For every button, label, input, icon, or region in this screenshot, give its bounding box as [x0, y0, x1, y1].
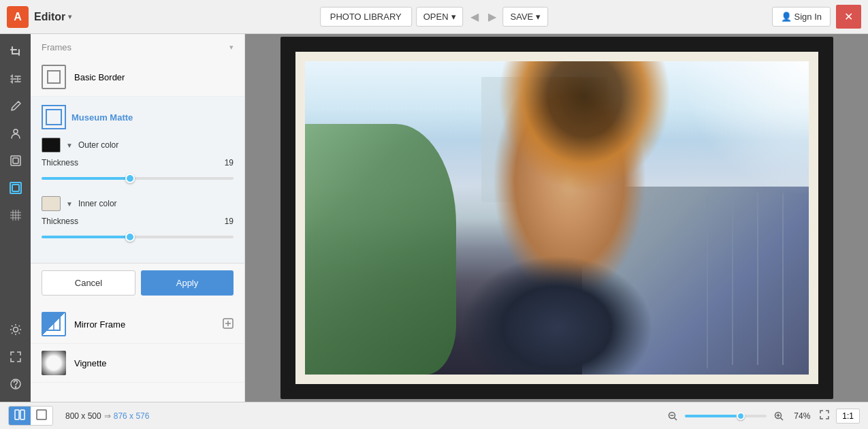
svg-rect-5 [11, 156, 20, 165]
zoom-control: 74% 1:1 [664, 408, 860, 424]
sign-in-button[interactable]: 👤 Sign In [772, 7, 831, 27]
inner-color-label: Inner color [78, 199, 117, 208]
top-bar: A Editor ▾ PHOTO LIBRARY OPEN ▾ ◀ ▶ SAVE… [0, 0, 868, 34]
svg-rect-6 [13, 158, 18, 163]
svg-rect-26 [15, 410, 19, 419]
outer-slider-fill [42, 177, 130, 180]
basic-border-item[interactable]: Basic Border [31, 58, 244, 97]
zoom-out-button[interactable] [664, 408, 681, 424]
view-split-button[interactable] [9, 407, 31, 425]
sidebar-item-expand[interactable] [3, 345, 28, 369]
vignette-item[interactable]: Vignette [31, 344, 244, 383]
open-button[interactable]: OPEN ▾ [416, 7, 464, 27]
outer-color-dropdown-icon[interactable]: ▼ [66, 142, 73, 149]
outer-color-swatch[interactable] [42, 138, 61, 153]
inner-slider-fill [42, 236, 130, 238]
close-button[interactable]: ✕ [836, 5, 861, 29]
cancel-button[interactable]: Cancel [42, 270, 135, 296]
save-button[interactable]: SAVE ▾ [503, 7, 549, 27]
fullscreen-button[interactable] [817, 409, 832, 423]
action-buttons-row: Cancel Apply [31, 264, 244, 305]
photo-image[interactable] [305, 61, 809, 375]
inner-color-swatch[interactable] [42, 196, 61, 211]
svg-line-33 [781, 417, 784, 420]
sidebar-item-light[interactable] [3, 317, 28, 342]
photo-container [280, 37, 833, 399]
svg-rect-20 [48, 71, 60, 83]
panel-sidebar: Frames ▾ Basic Border Museum Matte [31, 34, 245, 402]
svg-line-15 [18, 333, 20, 334]
svg-rect-8 [12, 185, 19, 191]
undo-button[interactable]: ◀ [468, 7, 481, 26]
sidebar-item-portrait[interactable] [3, 121, 28, 146]
svg-rect-27 [20, 410, 25, 419]
sidebar-item-layers[interactable] [3, 148, 28, 173]
sidebar-item-crop[interactable] [3, 39, 28, 64]
inner-thickness-label: Thickness [42, 217, 78, 226]
vignette-icon [42, 351, 66, 375]
open-chevron-icon: ▾ [451, 12, 456, 22]
outer-slider-track [42, 170, 234, 187]
icon-sidebar [0, 34, 31, 402]
editor-chevron-icon: ▾ [68, 13, 71, 20]
zoom-slider-thumb[interactable] [737, 412, 745, 420]
zoom-ratio-button[interactable]: 1:1 [836, 409, 860, 424]
svg-rect-28 [37, 410, 46, 419]
outer-color-row: ▼ Outer color [42, 138, 234, 153]
outer-slider-thumb[interactable] [125, 174, 135, 183]
zoom-percent-label: 74% [791, 411, 813, 421]
original-dimensions: 800 x 500 [65, 411, 101, 421]
zoom-slider-track [685, 415, 767, 417]
inner-color-dropdown-icon[interactable]: ▼ [66, 200, 73, 208]
user-icon: 👤 [781, 12, 792, 22]
mirror-frame-label: Mirror Frame [74, 319, 125, 330]
dimensions-display: 800 x 500 ⇒ 876 x 576 [65, 411, 149, 421]
inner-slider-thumb[interactable] [125, 232, 135, 242]
frames-chevron-icon: ▾ [229, 43, 234, 52]
photo-frame-inner [295, 52, 818, 384]
redo-button[interactable]: ▶ [485, 7, 499, 26]
mirror-frame-item[interactable]: Mirror Frame [31, 305, 244, 344]
sidebar-item-texture[interactable] [3, 203, 28, 227]
mirror-frame-add-icon[interactable] [223, 318, 234, 331]
editor-title-button[interactable]: Editor ▾ [34, 11, 71, 23]
svg-rect-2 [18, 49, 20, 56]
view-single-button[interactable] [31, 407, 52, 425]
museum-matte-header[interactable]: Museum Matte [42, 105, 234, 129]
photo-library-button[interactable]: PHOTO LIBRARY [320, 7, 412, 27]
inner-color-row: ▼ Inner color [42, 196, 234, 211]
app-logo[interactable]: A [7, 6, 29, 28]
zoom-in-button[interactable] [771, 408, 787, 424]
sidebar-item-frames[interactable] [3, 176, 28, 200]
svg-point-19 [15, 387, 16, 387]
vignette-label: Vignette [74, 358, 106, 368]
open-label: OPEN [423, 12, 449, 22]
sign-in-label: Sign In [794, 12, 822, 22]
frames-label: Frames [42, 42, 71, 52]
save-chevron-icon: ▾ [536, 12, 541, 22]
sidebar-item-help[interactable] [3, 372, 28, 396]
inner-thickness-value: 19 [225, 217, 234, 226]
basic-border-icon [42, 65, 66, 89]
photo-frame-outer [280, 37, 833, 399]
basic-border-label: Basic Border [74, 72, 125, 82]
bottom-bar: 800 x 500 ⇒ 876 x 576 74% [0, 402, 868, 429]
museum-matte-section: Museum Matte ▼ Outer color Thickness 19 [31, 97, 244, 264]
topbar-center-controls: PHOTO LIBRARY OPEN ▾ ◀ ▶ SAVE ▾ [320, 7, 549, 27]
outer-color-label: Outer color [78, 140, 118, 150]
outer-thickness-container: Thickness 19 [42, 158, 234, 187]
svg-point-9 [13, 328, 18, 332]
canvas-area [245, 34, 868, 402]
sidebar-item-adjust[interactable] [3, 67, 28, 91]
apply-button[interactable]: Apply [141, 270, 234, 296]
museum-matte-icon [42, 105, 66, 129]
outer-thickness-value: 19 [225, 158, 234, 168]
save-label: SAVE [511, 12, 534, 22]
zoom-slider-fill [685, 415, 737, 417]
svg-line-14 [12, 325, 13, 327]
svg-rect-3 [10, 49, 17, 50]
dimensions-arrow-icon: ⇒ [104, 411, 111, 421]
mirror-frame-icon [42, 312, 66, 336]
sidebar-item-retouch[interactable] [3, 94, 28, 118]
svg-point-4 [14, 129, 18, 133]
